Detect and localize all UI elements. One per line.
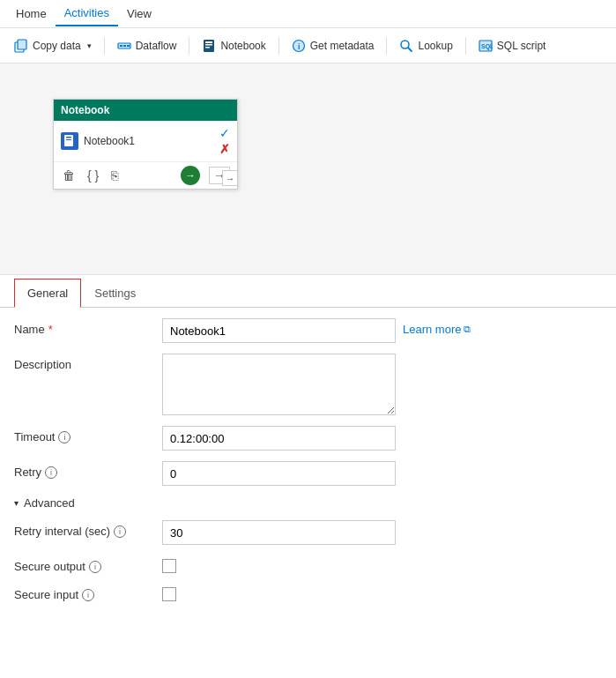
toolbar-sep-4: [386, 37, 387, 55]
node-title: Notebook: [61, 104, 109, 116]
timeout-input[interactable]: [162, 426, 396, 451]
svg-rect-7: [205, 41, 212, 43]
svg-text:SQL: SQL: [481, 43, 493, 50]
notebook-button[interactable]: Notebook: [195, 35, 272, 56]
copy-data-button[interactable]: Copy data ▾: [7, 35, 99, 56]
copy-data-icon: [14, 39, 28, 53]
svg-line-13: [408, 48, 412, 51]
secure-input-label: Secure input i: [14, 584, 155, 601]
tab-general[interactable]: General: [14, 279, 81, 308]
node-header: Notebook: [54, 100, 237, 121]
svg-rect-5: [127, 45, 130, 47]
node-run-btn[interactable]: →: [181, 166, 200, 185]
get-metadata-icon: i: [292, 39, 306, 53]
name-label: Name *: [14, 318, 155, 336]
svg-rect-3: [120, 45, 122, 47]
timeout-row: Timeout i: [14, 426, 602, 451]
node-notebook-icon: [61, 132, 78, 150]
node-checks: ✓ ✗: [219, 126, 230, 156]
retry-interval-label: Retry interval (sec) i: [14, 520, 155, 538]
toolbar-sep-3: [278, 37, 279, 55]
timeout-label: Timeout i: [14, 426, 155, 443]
secure-input-checkbox-wrapper: [162, 584, 176, 601]
lookup-icon: [399, 39, 413, 53]
copy-data-dropdown-icon: ▾: [87, 41, 92, 50]
retry-row: Retry i: [14, 461, 602, 486]
secure-input-row: Secure input i: [14, 584, 602, 601]
retry-interval-row: Retry interval (sec) i: [14, 520, 602, 545]
sql-script-icon: SQL: [479, 39, 493, 53]
learn-more-icon: ⧉: [464, 324, 471, 335]
tab-settings[interactable]: Settings: [81, 279, 149, 308]
dataflow-icon: [117, 39, 131, 53]
secure-output-row: Secure output i: [14, 555, 602, 573]
notebook-icon: [202, 39, 216, 53]
svg-rect-16: [64, 135, 73, 146]
toolbar-sep-2: [189, 37, 189, 55]
svg-rect-9: [205, 47, 210, 48]
retry-interval-input[interactable]: [162, 520, 396, 545]
svg-rect-17: [66, 137, 71, 138]
sql-script-button[interactable]: SQL SQL script: [471, 35, 553, 56]
form-area: Name * Learn more ⧉ Description Timeout …: [0, 308, 616, 622]
node-collapse-btn[interactable]: →: [222, 170, 238, 186]
secure-input-info-icon[interactable]: i: [82, 589, 94, 601]
toolbar-sep-5: [465, 37, 466, 55]
get-metadata-button[interactable]: i Get metadata: [285, 35, 382, 56]
retry-interval-info-icon[interactable]: i: [114, 525, 126, 538]
secure-input-checkbox[interactable]: [162, 587, 176, 601]
notebook-label: Notebook: [220, 40, 265, 52]
secure-output-label: Secure output i: [14, 555, 155, 573]
node-copy-btn[interactable]: ⎘: [109, 167, 120, 184]
svg-rect-18: [66, 139, 71, 140]
node-code-btn[interactable]: { }: [85, 167, 100, 184]
timeout-info-icon[interactable]: i: [58, 431, 71, 443]
name-required-star: *: [48, 323, 53, 336]
tab-bar: General Settings: [0, 279, 616, 308]
description-textarea[interactable]: [162, 354, 396, 415]
toolbar: Copy data ▾ Dataflow Notebook i Get meta…: [0, 28, 616, 63]
secure-output-checkbox-wrapper: [162, 555, 176, 573]
bottom-panel: General Settings Name * Learn more ⧉ Des…: [0, 279, 616, 622]
retry-label: Retry i: [14, 461, 155, 479]
svg-rect-8: [205, 44, 212, 46]
name-input[interactable]: [162, 318, 396, 343]
description-row: Description: [14, 354, 602, 415]
toolbar-sep-1: [104, 37, 105, 55]
canvas-area: Notebook Notebook1 ✓ ✗ 🗑 { } ⎘ → → →: [0, 63, 616, 275]
menu-activities[interactable]: Activities: [56, 1, 118, 26]
secure-output-checkbox[interactable]: [162, 559, 176, 573]
svg-rect-4: [123, 45, 126, 47]
dataflow-button[interactable]: Dataflow: [110, 35, 184, 56]
menu-view[interactable]: View: [118, 2, 160, 26]
retry-input[interactable]: [162, 461, 396, 486]
advanced-toggle[interactable]: ▾ Advanced: [14, 496, 602, 510]
dataflow-label: Dataflow: [136, 40, 177, 52]
svg-text:i: i: [298, 42, 301, 51]
secure-output-info-icon[interactable]: i: [89, 561, 101, 573]
node-item: Notebook1: [61, 132, 135, 150]
learn-more-link[interactable]: Learn more ⧉: [403, 318, 471, 336]
get-metadata-label: Get metadata: [310, 40, 375, 52]
node-check-icon: ✓: [219, 126, 230, 140]
copy-data-label: Copy data: [33, 40, 81, 52]
name-row: Name * Learn more ⧉: [14, 318, 602, 343]
node-delete-btn[interactable]: 🗑: [61, 167, 77, 184]
node-body: Notebook1 ✓ ✗: [54, 121, 237, 161]
node-x-icon: ✗: [219, 142, 230, 156]
lookup-label: Lookup: [418, 40, 452, 52]
lookup-button[interactable]: Lookup: [392, 35, 459, 56]
retry-info-icon[interactable]: i: [45, 466, 57, 479]
menu-bar: Home Activities View: [0, 0, 616, 28]
node-footer: 🗑 { } ⎘ → →: [54, 161, 237, 189]
node-item-label: Notebook1: [84, 135, 135, 147]
sql-script-label: SQL script: [497, 40, 546, 52]
advanced-chevron-icon: ▾: [14, 498, 19, 508]
notebook-node[interactable]: Notebook Notebook1 ✓ ✗ 🗑 { } ⎘ → → →: [53, 99, 238, 190]
description-label: Description: [14, 354, 155, 371]
svg-rect-1: [18, 40, 26, 49]
menu-home[interactable]: Home: [7, 2, 56, 26]
